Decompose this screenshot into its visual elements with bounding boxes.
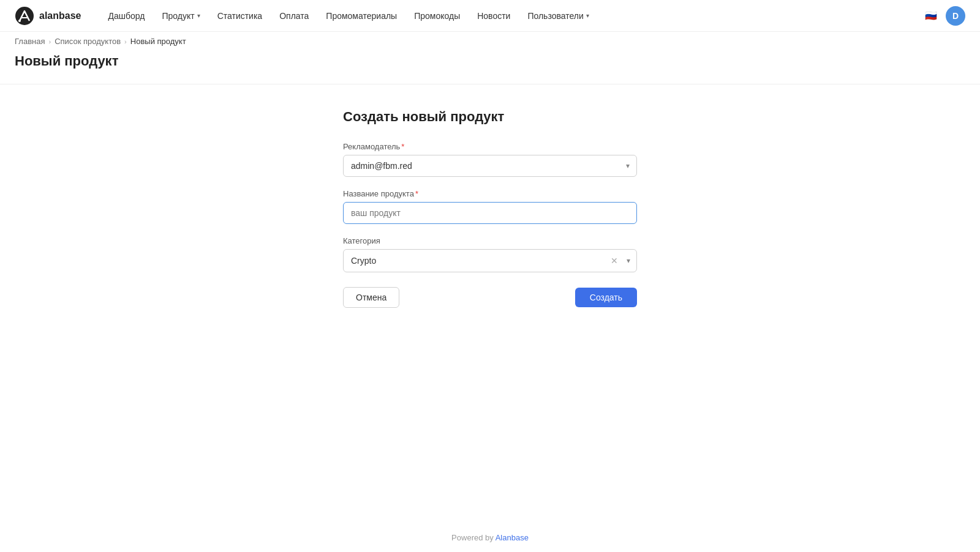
nav-users[interactable]: Пользователи▾ (520, 7, 596, 24)
category-label: Категория (343, 236, 637, 245)
category-select-wrapper[interactable]: Crypto ✕ ▾ (343, 249, 637, 272)
advertiser-field-group: Рекламодатель* admin@fbm.red ▾ (343, 142, 637, 177)
product-name-input[interactable] (343, 202, 637, 224)
page-title-area: Новый продукт (0, 51, 980, 84)
main-content: Создать новый продукт Рекламодатель* adm… (0, 84, 980, 332)
nav-promo-codes[interactable]: Промокоды (407, 7, 467, 24)
page-title: Новый продукт (15, 53, 965, 69)
chevron-down-icon: ▾ (197, 12, 200, 19)
category-field-group: Категория Crypto ✕ ▾ (343, 236, 637, 272)
breadcrumb-separator: › (48, 38, 51, 45)
language-selector[interactable]: 🇷🇺 (924, 9, 938, 23)
svg-point-0 (15, 7, 34, 25)
cancel-button[interactable]: Отмена (343, 287, 399, 308)
create-button[interactable]: Создать (575, 288, 637, 307)
nav-statistics[interactable]: Статистика (210, 7, 270, 24)
advertiser-select-wrapper: admin@fbm.red ▾ (343, 155, 637, 177)
breadcrumb: Главная › Список продуктов › Новый проду… (0, 32, 980, 51)
nav-product[interactable]: Продукт▾ (154, 7, 207, 24)
user-avatar[interactable]: D (946, 6, 965, 26)
required-marker: * (415, 189, 418, 198)
logo-text: alanbase (39, 10, 81, 21)
nav-links: Дашборд Продукт▾ Статистика Оплата Промо… (100, 7, 924, 24)
logo-link[interactable]: alanbase (15, 6, 81, 26)
category-clear-button[interactable]: ✕ (611, 256, 618, 265)
form-card: Создать новый продукт Рекламодатель* adm… (343, 109, 637, 308)
logo-icon (15, 6, 34, 26)
nav-promo-materials[interactable]: Промоматериалы (318, 7, 404, 24)
breadcrumb-home[interactable]: Главная (15, 37, 45, 46)
breadcrumb-product-list[interactable]: Список продуктов (55, 37, 121, 46)
navbar-right: 🇷🇺 D (924, 6, 965, 26)
navbar: alanbase Дашборд Продукт▾ Статистика Опл… (0, 0, 980, 32)
required-marker: * (401, 142, 404, 151)
breadcrumb-current: Новый продукт (130, 37, 186, 46)
breadcrumb-separator: › (124, 38, 127, 45)
nav-dashboard[interactable]: Дашборд (100, 7, 152, 24)
product-name-field-group: Название продукта* (343, 189, 637, 224)
chevron-down-icon: ▾ (586, 12, 589, 19)
nav-payment[interactable]: Оплата (272, 7, 316, 24)
advertiser-select[interactable]: admin@fbm.red (343, 155, 637, 177)
product-name-label: Название продукта* (343, 189, 637, 198)
advertiser-label: Рекламодатель* (343, 142, 637, 151)
nav-news[interactable]: Новости (470, 7, 518, 24)
category-value: Crypto (351, 256, 614, 266)
form-buttons-row: Отмена Создать (343, 287, 637, 308)
chevron-down-icon: ▾ (627, 256, 630, 265)
svg-point-1 (18, 20, 21, 22)
form-title: Создать новый продукт (343, 109, 637, 125)
